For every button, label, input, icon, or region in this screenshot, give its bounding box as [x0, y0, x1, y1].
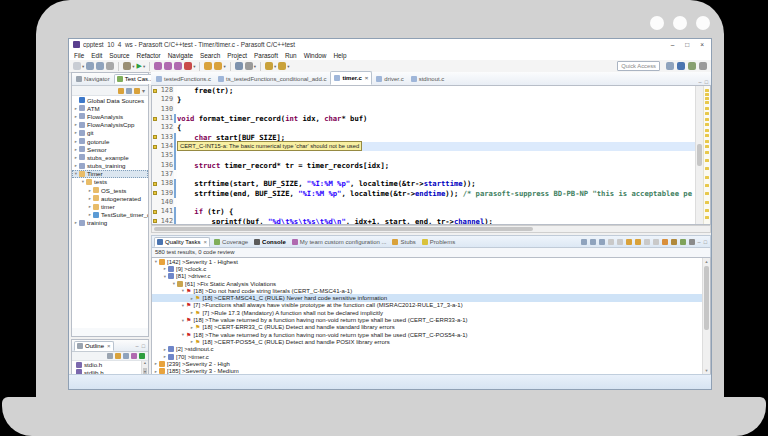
minimize-view-icon[interactable]: –	[698, 239, 701, 245]
quality-task-row[interactable]: ▸[2] >stdinout.c	[152, 346, 710, 353]
tab-quality-tasks[interactable]: Quality Tasks×	[154, 237, 210, 247]
overview-mark-icon[interactable]	[705, 145, 709, 148]
menu-item-navigate[interactable]: Navigate	[168, 52, 193, 59]
dropdown-arrow-icon[interactable]: ▾	[132, 64, 134, 69]
test-history-icon[interactable]	[154, 62, 162, 70]
tree-item[interactable]: ▸gotorule	[72, 137, 148, 145]
test-config-icon[interactable]	[164, 62, 172, 70]
code-text[interactable]: free(tr);	[177, 86, 695, 95]
code-text[interactable]: struct timer_record* tr = timer_records[…	[177, 161, 695, 170]
menu-item-parasoft[interactable]: Parasoft	[254, 52, 278, 59]
new-icon[interactable]	[73, 62, 81, 70]
overview-mark-icon[interactable]	[705, 201, 709, 204]
hide-nonpublic-icon[interactable]	[131, 353, 137, 359]
menu-item-edit[interactable]: Edit	[91, 52, 102, 59]
code-text[interactable]	[177, 170, 695, 179]
run-icon[interactable]: ▶	[137, 62, 142, 70]
tree-item[interactable]: ▸stubs_training	[72, 162, 148, 170]
code-text[interactable]	[177, 151, 695, 160]
overview-mark-icon[interactable]	[705, 123, 709, 126]
overview-mark-icon[interactable]	[705, 101, 709, 104]
search-icon[interactable]	[235, 62, 243, 70]
overview-mark-icon[interactable]	[705, 192, 709, 195]
tree-item[interactable]: ▸training	[72, 219, 148, 227]
overview-mark-icon[interactable]	[705, 134, 709, 137]
quality-task-row[interactable]: ▸⚑[7] >Rule 17.3 (Mandatory) A function …	[152, 309, 710, 316]
maximize-view-icon[interactable]: □	[142, 343, 145, 349]
tab-console[interactable]: Console	[252, 238, 288, 246]
tree-item[interactable]: ▸stubs_example	[72, 153, 148, 161]
code-text[interactable]	[177, 198, 695, 207]
tab-problems[interactable]: Problems	[420, 238, 457, 246]
maximize-button[interactable]: □	[685, 41, 689, 48]
outline-scrollbar[interactable]: ▲ ▼	[141, 361, 148, 374]
quality-task-row[interactable]: ▸[239] >Severity 2 - High	[152, 360, 710, 367]
menu-item-source[interactable]: Source	[109, 52, 129, 59]
build-icon[interactable]	[123, 62, 131, 70]
forward-icon[interactable]	[278, 62, 286, 70]
tree-item[interactable]: ▸OS_tests	[72, 186, 148, 194]
overview-mark-icon[interactable]	[705, 129, 709, 132]
quality-task-row[interactable]: ▾⚑[18] >The value returned by a function…	[152, 331, 710, 338]
close-button[interactable]: ×	[700, 41, 704, 48]
tree-item[interactable]: ▸ATM	[72, 104, 148, 112]
dropdown-arrow-icon[interactable]: ▾	[254, 64, 256, 69]
results-icon[interactable]	[214, 62, 222, 70]
editor-tab-driver-c[interactable]: driver.c	[373, 73, 406, 85]
overview-mark-icon[interactable]	[705, 118, 709, 121]
tree-item[interactable]: ▸git	[72, 129, 148, 137]
overview-mark-icon[interactable]	[705, 97, 709, 100]
tree-item[interactable]: ▸timer	[72, 202, 148, 210]
tree-item[interactable]: ▸FlowAnalysis	[72, 112, 148, 120]
zoom-icon[interactable]	[590, 239, 596, 245]
tab-outline[interactable]: Outline ×	[74, 341, 114, 351]
overview-mark-icon[interactable]	[705, 112, 709, 115]
perspective-other-icon[interactable]	[699, 62, 707, 70]
outline-menu-icon[interactable]	[139, 353, 145, 359]
editor-tab-timer-c[interactable]: timer.c×	[330, 71, 372, 85]
quality-task-row[interactable]: ▾[61] >Fix Static Analysis Violations	[152, 280, 710, 287]
up-icon[interactable]	[608, 239, 614, 245]
overview-mark-icon[interactable]	[705, 184, 709, 187]
import-icon[interactable]	[662, 239, 668, 245]
close-icon[interactable]: ×	[107, 343, 111, 349]
tree-item[interactable]: ▸FlowAnalysisCpp	[72, 121, 148, 129]
maximize-view-icon[interactable]: □	[704, 239, 707, 245]
minimize-button[interactable]: –	[671, 41, 675, 48]
save-report-icon[interactable]	[599, 239, 605, 245]
quality-task-row[interactable]: ▾⚑[18] >Do not hard code string literals…	[152, 287, 710, 294]
dropdown-arrow-icon[interactable]: ▾	[287, 64, 289, 69]
print-icon[interactable]	[106, 62, 114, 70]
dropdown-arrow-icon[interactable]: ▾	[274, 64, 276, 69]
editor-horizontal-scrollbar[interactable]	[151, 225, 711, 233]
save-icon[interactable]	[86, 62, 94, 70]
export-icon[interactable]	[671, 239, 677, 245]
code-text[interactable]: strftime(start, BUF_SIZE, "%I:%M %p", lo…	[177, 179, 695, 188]
overview-mark-icon[interactable]	[705, 140, 709, 143]
outline-item[interactable]: stdio.h	[72, 361, 148, 369]
editor-tab-testedFunctions-c[interactable]: testedFunctions.c	[153, 73, 214, 85]
code-text[interactable]: if (tr) {	[177, 207, 695, 216]
tree-item[interactable]: ▸TestSuite_timer_c_a843425c	[72, 211, 148, 219]
dropdown-arrow-icon[interactable]: ▾	[82, 64, 84, 69]
delete-icon[interactable]	[644, 239, 650, 245]
quality-task-row[interactable]: ▸[70] >timer.c	[152, 353, 710, 360]
filter-icon[interactable]	[134, 88, 140, 94]
tab-coverage[interactable]: Coverage	[212, 238, 250, 246]
quality-task-row[interactable]: ▸⚑[18] >CERT-POS54_C (RULE) Detect and h…	[152, 338, 710, 345]
save-all-icon[interactable]	[96, 62, 104, 70]
quality-task-row[interactable]: ▸⚑[18] >CERT-MSC41_C (RULE) Never hard c…	[152, 294, 710, 301]
overview-mark-icon[interactable]	[705, 107, 709, 110]
editor-tab-ts-testedFunctions-conditional-add-c[interactable]: ts_testedFunctions_conditional_add.c	[215, 73, 329, 85]
code-text[interactable]: }	[177, 95, 695, 104]
tab-stubs[interactable]: Stubs	[390, 238, 417, 246]
tree-item[interactable]: ▸autogenerated	[72, 194, 148, 202]
find-icon[interactable]	[581, 239, 587, 245]
back-icon[interactable]	[265, 62, 273, 70]
quality-task-row[interactable]: ▾⚑[7] >Functions shall always have visib…	[152, 302, 710, 309]
minimize-view-icon[interactable]: –	[136, 343, 139, 349]
close-icon[interactable]: ×	[204, 239, 208, 245]
overview-mark-icon[interactable]	[705, 176, 709, 179]
quality-task-row[interactable]: ▸⚑[18] >CERT-ERR33_C (RULE) Detect and h…	[152, 324, 710, 331]
dropdown-arrow-icon[interactable]: ▾	[143, 64, 145, 69]
